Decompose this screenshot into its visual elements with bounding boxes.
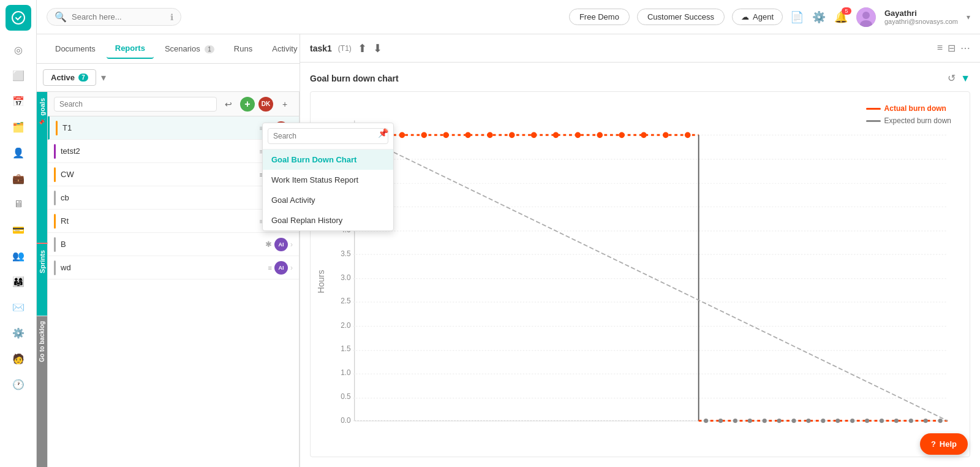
nav-icon-person[interactable]: 👤: [7, 141, 30, 164]
chevron-right-icon[interactable]: ›: [290, 240, 293, 249]
y-axis-label: Hours: [316, 270, 326, 293]
svg-point-0: [12, 12, 24, 24]
help-button[interactable]: ? Help: [920, 433, 968, 455]
svg-text:0.0: 0.0: [341, 416, 351, 425]
task-header-icons: ≡ ⊟ ⋯: [937, 42, 970, 54]
goal-color-bar: [56, 121, 58, 135]
svg-text:1.0: 1.0: [341, 368, 351, 377]
agent-button[interactable]: ☁ Agent: [732, 9, 783, 25]
nav-icon-tv[interactable]: ⬜: [7, 64, 30, 87]
dot: [465, 132, 471, 139]
user-email: gayathri@snovasys.com: [884, 18, 958, 25]
list-icon-1[interactable]: ≡: [937, 42, 943, 54]
document-icon[interactable]: 📄: [790, 10, 804, 24]
dropdown-item-replan-history[interactable]: Goal Replan History: [263, 210, 393, 230]
app-logo[interactable]: [6, 5, 31, 31]
dot: [487, 132, 493, 139]
legend-expected-line: [866, 120, 881, 122]
nav-icon-dashboard[interactable]: ◎: [7, 38, 30, 61]
goal-name: tetst2: [61, 146, 260, 156]
dot-bottom: [763, 419, 767, 423]
tab-scenarios[interactable]: Scenarios 1: [156, 39, 223, 58]
goal-item-t1[interactable]: T1 ≡ ⚠ DK ›: [48, 116, 299, 140]
filter-button[interactable]: ▼: [960, 73, 970, 84]
chevron-right-icon[interactable]: ›: [290, 264, 293, 272]
nav-icon-settings[interactable]: ⚙️: [7, 321, 30, 344]
dot: [663, 132, 669, 139]
dot: [619, 132, 625, 139]
notifications[interactable]: 🔔 5: [834, 10, 848, 24]
global-search-box[interactable]: 🔍 ℹ: [47, 8, 181, 26]
avatar[interactable]: [856, 7, 876, 27]
nav-icon-team[interactable]: 👨‍👩‍👧: [7, 270, 30, 293]
add-goal-button[interactable]: +: [240, 97, 255, 112]
download-icon[interactable]: ⬇: [373, 42, 382, 55]
dropdown-chevron[interactable]: ▾: [101, 72, 106, 83]
user-info[interactable]: Gayathri gayathri@snovasys.com: [884, 9, 958, 25]
pin-button[interactable]: 📌: [378, 128, 388, 138]
help-icon: ?: [931, 439, 936, 449]
goal-item-cw[interactable]: CW ≡ ⚠ AI ›: [48, 163, 299, 186]
upload-icon[interactable]: ⬆: [358, 42, 367, 55]
goal-color-bar: [54, 237, 56, 252]
dropdown-item-burndown[interactable]: Goal Burn Down Chart: [263, 150, 393, 170]
search-input[interactable]: [72, 12, 165, 21]
tab-documents[interactable]: Documents: [47, 39, 104, 58]
goal-color-bar: [54, 260, 56, 275]
dropdown-search-input[interactable]: [268, 128, 388, 144]
sprints-vtab[interactable]: Sprints: [37, 243, 48, 316]
dropdown-item-goal-activity[interactable]: Goal Activity: [263, 190, 393, 210]
top-right-icons: 📄 ⚙️ 🔔 5 Gayathri gayathri@snovasys.com …: [790, 7, 970, 27]
dropdown-item-status-report[interactable]: Work Item Status Report: [263, 170, 393, 190]
goals-vtab[interactable]: 📌 goals: [37, 92, 48, 243]
user-chip-ai: AI: [274, 261, 288, 275]
goal-color-bar: [54, 144, 56, 159]
nav-icon-user-settings[interactable]: 🧑: [7, 347, 30, 370]
info-icon[interactable]: ℹ: [170, 12, 173, 22]
sprints-tab-label: Sprints: [39, 250, 46, 273]
user-name: Gayathri: [884, 9, 958, 18]
nav-icon-clock[interactable]: 🕐: [7, 373, 30, 396]
goal-item-wd[interactable]: wd ≡ AI ›: [48, 256, 299, 279]
tab-runs[interactable]: Runs: [225, 39, 261, 58]
list-icon-2[interactable]: ⊟: [948, 42, 956, 54]
free-demo-button[interactable]: Free Demo: [569, 9, 630, 25]
gear-icon[interactable]: ⚙️: [812, 10, 826, 24]
user-dropdown-arrow[interactable]: ▾: [967, 13, 970, 21]
more-icon[interactable]: ⋯: [960, 42, 970, 54]
reports-dropdown: 📌 Goal Burn Down Chart Work Item Status …: [262, 123, 394, 231]
chart-title: Goal burn down chart: [310, 74, 948, 83]
backlog-vtab[interactable]: Go to backlog: [37, 316, 48, 467]
goal-item-tetst2[interactable]: tetst2 ≡ ⚠ AI ›: [48, 140, 299, 163]
agent-icon: ☁: [741, 12, 749, 21]
nav-icon-group[interactable]: 👥: [7, 244, 30, 267]
nav-icon-monitor[interactable]: 🖥: [7, 192, 30, 216]
nav-icon-briefcase[interactable]: 💼: [7, 167, 30, 190]
active-button[interactable]: Active 7: [43, 69, 96, 86]
undo-button[interactable]: ↩: [221, 96, 236, 112]
customer-success-button[interactable]: Customer Success: [637, 9, 725, 25]
goal-name: cb: [61, 193, 265, 202]
goal-item-rt[interactable]: Rt ≡ ⚠ AJ ›: [48, 210, 299, 233]
refresh-button[interactable]: ↺: [948, 72, 956, 84]
nav-icon-card[interactable]: 💳: [7, 218, 30, 241]
goal-item-b[interactable]: B ✱ AI ›: [48, 233, 299, 256]
goal-item-cb[interactable]: cb ✱ DM ›: [48, 186, 299, 210]
nav-icon-calendar[interactable]: 📅: [7, 89, 30, 113]
active-bar: Active 7 ▾: [37, 64, 300, 92]
svg-text:2.5: 2.5: [341, 297, 351, 305]
nav-icon-mail[interactable]: ✉️: [7, 295, 30, 319]
dot: [399, 132, 405, 139]
dot-bottom: [821, 419, 825, 423]
dot-bottom: [704, 419, 708, 423]
more-options-button[interactable]: +: [277, 96, 293, 112]
svg-text:0.5: 0.5: [341, 392, 351, 401]
chart-legend: Actual burn down Expected burn down: [866, 104, 951, 125]
tab-activity[interactable]: Activity: [263, 39, 300, 58]
search-icon: 🔍: [55, 11, 67, 23]
dot: [641, 132, 647, 139]
nav-icon-projects[interactable]: 🗂️: [7, 115, 30, 139]
chart-area: Goal burn down chart ↺ ▼ Actual burn dow…: [300, 63, 980, 467]
goals-search-input[interactable]: [54, 97, 217, 112]
tab-reports[interactable]: Reports: [107, 39, 154, 59]
